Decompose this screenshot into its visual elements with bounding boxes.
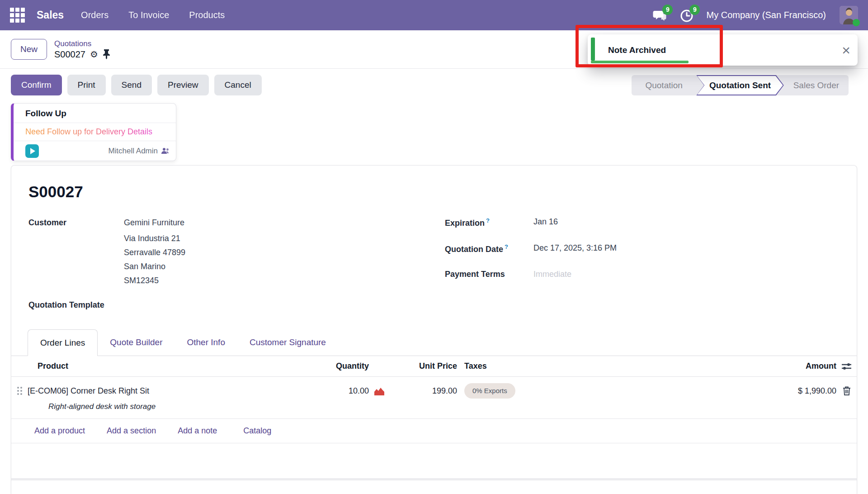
tab-customer-signature[interactable]: Customer Signature [237, 329, 338, 356]
activities-button[interactable]: 9 [679, 8, 694, 23]
online-status-dot [853, 19, 860, 26]
order-lines-header: Product Quantity Unit Price Taxes Amount [11, 356, 857, 377]
status-step-quotation[interactable]: Quotation [632, 75, 696, 95]
print-button[interactable]: Print [67, 75, 106, 95]
toast-message: Note Archived [608, 45, 666, 55]
toast-notification: Note Archived × [588, 34, 858, 66]
menu-to-invoice[interactable]: To Invoice [128, 10, 169, 20]
mark-done-play-button[interactable] [25, 144, 39, 158]
breadcrumb-current: S00027 [54, 49, 85, 60]
tab-order-lines[interactable]: Order Lines [28, 329, 98, 356]
tab-other-info[interactable]: Other Info [175, 329, 237, 356]
apps-grid-icon[interactable] [10, 8, 25, 23]
breadcrumb-quotations[interactable]: Quotations [54, 39, 110, 48]
followup-title: Follow Up [14, 104, 176, 123]
payment-terms-field[interactable]: Immediate [533, 270, 571, 279]
breadcrumb: Quotations S00027 ⚙ [54, 39, 110, 60]
line-description[interactable]: Right-aligned desk with storage [48, 402, 857, 418]
users-icon [161, 147, 170, 154]
clock-icon [679, 17, 694, 24]
cancel-button[interactable]: Cancel [214, 75, 262, 95]
company-switcher[interactable]: My Company (San Francisco) [706, 10, 826, 20]
gear-icon[interactable]: ⚙ [90, 50, 98, 59]
status-step-sales-order[interactable]: Sales Order [784, 75, 849, 95]
menu-products[interactable]: Products [189, 10, 225, 20]
forecast-chart-icon[interactable] [374, 387, 385, 395]
main-menu: Orders To Invoice Products [81, 10, 225, 20]
address-line: Serravalle 47899 [124, 246, 185, 260]
address-line: San Marino [124, 260, 185, 274]
play-icon [30, 148, 35, 154]
optional-columns-button[interactable] [841, 361, 852, 371]
record-title: S00027 [28, 183, 857, 201]
activities-badge: 9 [689, 5, 700, 15]
send-button[interactable]: Send [111, 75, 152, 95]
add-section-link[interactable]: Add a section [107, 426, 156, 436]
cell-amount: $ 1,990.00 [651, 386, 836, 396]
column-unit-price[interactable]: Unit Price [389, 361, 457, 371]
tab-quote-builder[interactable]: Quote Builder [98, 329, 175, 356]
address-line: SM12345 [124, 274, 185, 288]
app-name[interactable]: Sales [37, 9, 64, 21]
catalog-link[interactable]: Catalog [243, 426, 271, 436]
customer-label: Customer [28, 217, 124, 288]
followup-activity-link[interactable]: Need Follow up for Delivery Details [14, 123, 176, 141]
address-line: Via Industria 21 [124, 232, 185, 246]
delete-line-button[interactable] [842, 386, 851, 396]
drag-handle[interactable] [17, 387, 22, 395]
column-taxes[interactable]: Taxes [457, 361, 651, 371]
cell-unit-price[interactable]: 199.00 [389, 386, 457, 396]
help-icon[interactable]: ? [505, 243, 508, 250]
column-quantity[interactable]: Quantity [317, 361, 369, 371]
help-icon[interactable]: ? [486, 217, 490, 224]
table-bottom-divider [11, 478, 857, 480]
toast-progress-bar [591, 61, 689, 63]
quotation-date-field[interactable]: Dec 17, 2025, 3:16 PM [533, 243, 617, 254]
customer-name-field[interactable]: Gemini Furniture [124, 217, 185, 228]
messages-badge: 9 [662, 5, 673, 15]
add-note-link[interactable]: Add a note [178, 426, 217, 436]
chat-bubble-icon [652, 17, 667, 24]
statusbar: Quotation Quotation Sent Sales Order [632, 75, 849, 95]
payment-terms-label: Payment Terms [445, 270, 533, 279]
order-line-row: [E-COM06] Corner Desk Right Sit 10.00 19… [11, 383, 857, 418]
cell-product[interactable]: [E-COM06] Corner Desk Right Sit [28, 386, 317, 396]
column-product[interactable]: Product [28, 361, 317, 371]
notebook-tabs: Order Lines Quote Builder Other Info Cus… [11, 329, 857, 356]
followup-activity-card: Follow Up Need Follow up for Delivery De… [11, 103, 176, 161]
column-amount[interactable]: Amount [651, 361, 836, 371]
toast-close-button[interactable]: × [842, 43, 850, 57]
expiration-field[interactable]: Jan 16 [533, 217, 558, 228]
quotation-template-label: Quotation Template [28, 300, 445, 310]
user-avatar[interactable] [840, 6, 858, 24]
toast-success-bar [591, 38, 595, 61]
activity-assignee[interactable]: Mitchell Admin [108, 147, 170, 156]
customer-address: Via Industria 21 Serravalle 47899 San Ma… [124, 232, 185, 288]
menu-orders[interactable]: Orders [81, 10, 108, 20]
tax-tag[interactable]: 0% Exports [464, 383, 515, 399]
order-lines-footer: Add a product Add a section Add a note C… [11, 418, 857, 443]
pin-icon[interactable] [103, 49, 110, 59]
top-navbar: Sales Orders To Invoice Products 9 9 My … [0, 0, 868, 30]
confirm-button[interactable]: Confirm [11, 75, 62, 95]
new-button[interactable]: New [11, 39, 47, 60]
cell-quantity[interactable]: 10.00 [317, 386, 369, 396]
action-buttons: Confirm Print Send Preview Cancel [11, 75, 262, 95]
messages-button[interactable]: 9 [652, 8, 667, 23]
status-step-quotation-sent[interactable]: Quotation Sent [696, 75, 783, 95]
expiration-label: Expiration? [445, 217, 533, 228]
quotation-form-sheet: S00027 Customer Gemini Furniture Via Ind… [11, 165, 857, 494]
add-product-link[interactable]: Add a product [34, 426, 85, 436]
preview-button[interactable]: Preview [157, 75, 209, 95]
quotation-date-label: Quotation Date? [445, 243, 533, 254]
